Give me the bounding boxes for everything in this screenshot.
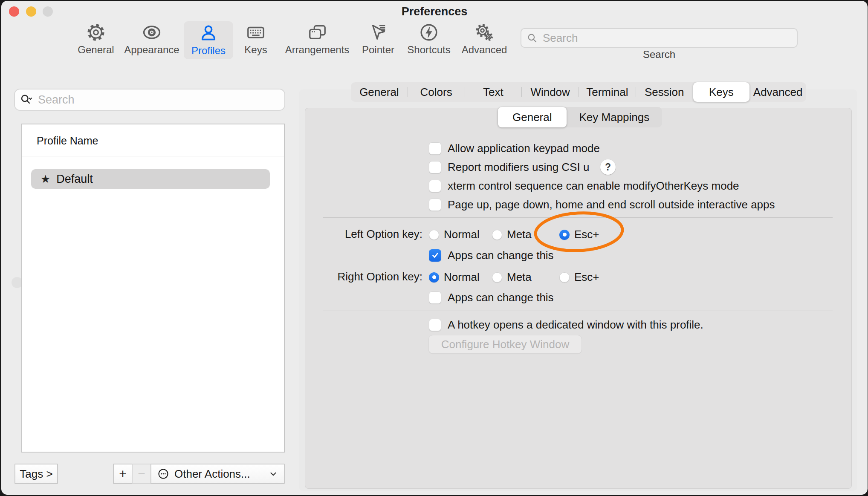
list-header-divider — [22, 156, 284, 156]
toolbar-item-pointer[interactable]: Pointer — [355, 22, 401, 55]
tab-general[interactable]: General — [351, 82, 408, 102]
checkbox-label: A hotkey opens a dedicated window with t… — [448, 318, 703, 332]
tags-button[interactable]: Tags > — [14, 464, 58, 484]
radio-label: Normal — [444, 228, 480, 241]
other-actions-label: Other Actions... — [174, 467, 250, 481]
radio-left-meta[interactable]: Meta — [492, 228, 532, 241]
preferences-window: Preferences General Appearance — [1, 1, 868, 495]
radio-label: Normal — [444, 271, 480, 284]
tab-advanced[interactable]: Advanced — [749, 82, 806, 102]
radio-right-normal[interactable]: Normal — [429, 271, 480, 284]
radio-unselected[interactable] — [559, 272, 570, 283]
eye-icon — [142, 22, 162, 43]
profile-search-input[interactable] — [37, 93, 279, 107]
checkbox-label: Apps can change this — [448, 249, 554, 262]
tab-window[interactable]: Window — [522, 82, 579, 102]
keys-subtab-bar: General Key Mappings — [498, 107, 662, 127]
checkbox-row-keypad[interactable]: Allow application keypad mode — [429, 141, 600, 156]
radio-unselected[interactable] — [492, 272, 502, 283]
checkbox-row-csi-u[interactable]: Report modifiers using CSI u — [429, 160, 589, 174]
gears-icon — [474, 22, 495, 43]
default-star-icon: ★ — [41, 173, 50, 186]
checkbox-row-apps-change-left[interactable]: Apps can change this — [429, 248, 554, 262]
checkbox-unchecked[interactable] — [429, 319, 441, 331]
radio-right-meta[interactable]: Meta — [492, 271, 532, 284]
bolt-circle-icon — [419, 22, 439, 43]
keyboard-icon — [246, 22, 266, 43]
checkbox-unchecked[interactable] — [429, 291, 441, 304]
search-icon — [527, 32, 538, 43]
toolbar-item-keys[interactable]: Keys — [238, 22, 273, 55]
ellipsis-circle-icon — [157, 468, 169, 480]
checkbox-label: xterm control sequence can enable modify… — [448, 179, 739, 193]
cursor-icon — [368, 22, 388, 43]
toolbar-search-field[interactable] — [521, 28, 798, 48]
gear-icon — [86, 22, 106, 43]
person-icon — [198, 23, 219, 43]
toolbar-item-appearance[interactable]: Appearance — [120, 22, 184, 55]
profile-list-header: Profile Name — [37, 135, 98, 147]
checkbox-label: Apps can change this — [448, 291, 554, 304]
tab-keys[interactable]: Keys — [693, 82, 750, 102]
checkbox-label: Allow application keypad mode — [448, 142, 600, 155]
radio-unselected[interactable] — [492, 230, 502, 240]
tab-colors[interactable]: Colors — [408, 82, 465, 102]
toolbar-item-profiles[interactable]: Profiles — [184, 21, 233, 59]
left-option-key-label: Left Option key: — [300, 228, 422, 241]
toolbar-label: Shortcuts — [407, 45, 450, 55]
checkbox-unchecked[interactable] — [429, 180, 441, 192]
profile-list: Profile Name ★ Default — [21, 124, 285, 453]
checkbox-checked[interactable] — [429, 249, 441, 262]
radio-right-esc[interactable]: Esc+ — [559, 271, 599, 284]
radio-selected[interactable] — [559, 230, 570, 240]
toolbar-item-shortcuts[interactable]: Shortcuts — [400, 22, 457, 55]
tags-button-label: Tags > — [20, 467, 52, 481]
toolbar-label: Keys — [244, 45, 267, 55]
radio-selected[interactable] — [429, 272, 439, 283]
toolbar-label: General — [78, 45, 114, 55]
plus-label: + — [119, 467, 127, 481]
profile-search-field[interactable] — [14, 89, 285, 111]
configure-hotkey-label: Configure Hotkey Window — [441, 338, 570, 351]
checkbox-row-page-scroll[interactable]: Page up, page down, home and end scroll … — [429, 197, 775, 212]
toolbar-item-advanced[interactable]: Advanced — [456, 22, 513, 55]
subtab-general[interactable]: General — [498, 107, 567, 127]
toolbar-label: Appearance — [124, 45, 179, 55]
toolbar-label: Arrangements — [285, 45, 350, 55]
section-divider — [323, 217, 833, 218]
checkbox-row-modifyotherkeys[interactable]: xterm control sequence can enable modify… — [429, 179, 739, 193]
checkbox-unchecked[interactable] — [429, 142, 441, 155]
profile-name: Default — [56, 173, 93, 186]
other-actions-dropdown[interactable]: Other Actions... — [150, 464, 285, 484]
profile-tab-bar: General Colors Text Window Terminal Sess… — [351, 82, 806, 102]
help-button[interactable]: ? — [600, 159, 616, 175]
toolbar-search-label: Search — [521, 49, 798, 61]
radio-label: Esc+ — [574, 271, 599, 284]
tab-text[interactable]: Text — [465, 82, 522, 102]
checkbox-row-apps-change-right[interactable]: Apps can change this — [429, 290, 554, 305]
checkbox-unchecked[interactable] — [429, 199, 441, 211]
radio-left-esc[interactable]: Esc+ — [559, 228, 599, 241]
checkbox-row-hotkey[interactable]: A hotkey opens a dedicated window with t… — [429, 317, 703, 332]
add-profile-button[interactable]: + — [113, 464, 133, 484]
configure-hotkey-window-button[interactable]: Configure Hotkey Window — [428, 335, 582, 354]
profile-row-default[interactable]: ★ Default — [31, 169, 270, 189]
radio-label: Meta — [507, 271, 532, 284]
search-input[interactable] — [542, 31, 792, 45]
windows-icon — [307, 22, 327, 43]
toolbar-item-general[interactable]: General — [75, 22, 117, 55]
checkbox-label: Page up, page down, home and end scroll … — [448, 198, 775, 211]
toolbar-item-arrangements[interactable]: Arrangements — [279, 22, 355, 55]
radio-unselected[interactable] — [429, 230, 439, 240]
toolbar-label: Profiles — [191, 46, 226, 56]
radio-left-normal[interactable]: Normal — [429, 228, 480, 241]
screenshot-root: Preferences General Appearance — [0, 0, 868, 496]
tab-session[interactable]: Session — [636, 82, 693, 102]
minus-label: − — [138, 467, 145, 481]
subtab-key-mappings[interactable]: Key Mappings — [567, 107, 663, 127]
search-filter-icon — [20, 93, 33, 106]
toolbar-label: Advanced — [462, 45, 507, 55]
radio-label: Meta — [507, 228, 532, 241]
checkbox-unchecked[interactable] — [429, 161, 441, 173]
tab-terminal[interactable]: Terminal — [579, 82, 636, 102]
